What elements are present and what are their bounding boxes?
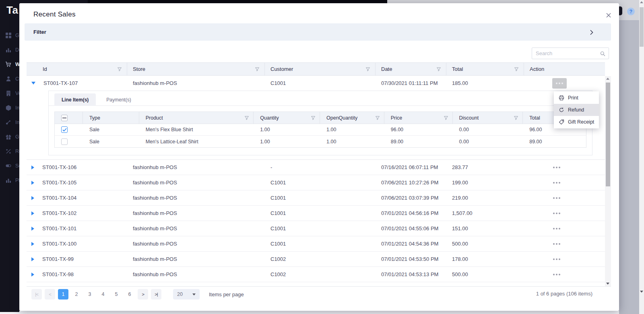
filter-funnel-icon[interactable] bbox=[255, 67, 260, 73]
filter-funnel-icon[interactable] bbox=[444, 116, 448, 122]
line-items-table: Type Product Quantity OpenQuantity bbox=[54, 112, 586, 148]
row-checkbox-checked[interactable] bbox=[61, 126, 68, 133]
filter-funnel-icon[interactable] bbox=[514, 67, 519, 73]
row-actions-button[interactable] bbox=[553, 182, 605, 184]
line-items-header: Type Product Quantity OpenQuantity bbox=[55, 112, 586, 124]
gift-icon bbox=[5, 134, 12, 140]
column-header-date[interactable]: Date bbox=[376, 63, 446, 75]
page-button-3[interactable]: 3 bbox=[85, 289, 95, 300]
partially-hidden-icon bbox=[619, 6, 622, 15]
row-actions-button[interactable] bbox=[553, 243, 605, 245]
page-scrollbar[interactable] bbox=[639, 0, 644, 314]
table-row[interactable]: ST001-TX-100 fashionhub m-POS C1001 07/0… bbox=[27, 236, 605, 252]
filter-funnel-icon[interactable] bbox=[514, 116, 518, 122]
scroll-up-icon[interactable] bbox=[606, 78, 609, 80]
select-all-checkbox[interactable] bbox=[61, 115, 68, 121]
filter-funnel-icon[interactable] bbox=[365, 67, 370, 73]
scroll-down-icon[interactable] bbox=[606, 283, 609, 285]
table-row[interactable]: ST001-TX-105 fashionhub m-POS C1001 07/0… bbox=[27, 175, 605, 190]
help-icon[interactable]: ? bbox=[627, 8, 635, 15]
table-row[interactable]: ST001-TX-101 fashionhub m-POS C1001 07/0… bbox=[27, 221, 605, 236]
line-item-row[interactable]: Sale Men's Flex Blue Shirt 1.00 1.00 96.… bbox=[55, 124, 586, 136]
table-row[interactable]: ST001-TX-107 fashionhub m-POS C1001 07/3… bbox=[27, 76, 605, 91]
filter-funnel-icon[interactable] bbox=[375, 116, 380, 122]
table-row[interactable]: ST001-TX-98 fashionhub m-POS C1002 07/01… bbox=[27, 267, 605, 282]
menu-item-refund[interactable]: Refund bbox=[554, 104, 599, 116]
line-item-row[interactable]: Sale Men's Lattice-Leaf Shirt 1.00 1.00 … bbox=[55, 136, 586, 147]
row-id: ST001-TX-99 bbox=[42, 256, 74, 262]
column-header-total[interactable]: Total bbox=[446, 63, 524, 75]
search-input[interactable] bbox=[532, 48, 609, 59]
table-row[interactable]: ST001-TX-106 fashionhub m-POS - 07/16/20… bbox=[27, 160, 605, 175]
filter-funnel-icon[interactable] bbox=[244, 116, 249, 122]
page-scrollbar-thumb[interactable] bbox=[640, 7, 644, 47]
expand-row-icon[interactable] bbox=[31, 242, 34, 246]
page-button-2[interactable]: 2 bbox=[71, 289, 82, 300]
row-id: ST001-TX-102 bbox=[42, 210, 76, 216]
menu-item-gift-receipt[interactable]: Gift Receipt bbox=[554, 116, 599, 128]
line-type: Sale bbox=[83, 127, 139, 132]
page-button-6[interactable]: 6 bbox=[124, 289, 135, 300]
first-page-button[interactable]: |< bbox=[31, 289, 42, 300]
table-row[interactable]: ST001-TX-104 fashionhub m-POS C1001 07/0… bbox=[27, 190, 605, 206]
row-actions-button[interactable] bbox=[553, 274, 605, 275]
table-scrollbar[interactable] bbox=[605, 76, 611, 286]
row-id: ST001-TX-105 bbox=[42, 180, 76, 186]
table-scrollbar-thumb[interactable] bbox=[606, 83, 610, 186]
top-bar-light bbox=[387, 0, 619, 3]
filter-accordion[interactable]: Filter bbox=[25, 23, 611, 41]
row-actions-button[interactable] bbox=[553, 228, 605, 229]
row-id: ST001-TX-107 bbox=[43, 80, 78, 86]
page-backdrop: ? bbox=[619, 0, 639, 314]
collapse-row-icon[interactable] bbox=[31, 82, 35, 85]
line-discount: 0.00 bbox=[453, 139, 523, 145]
row-actions-button[interactable] bbox=[553, 213, 605, 214]
row-date: 07/06/2021 03:07:39 PM bbox=[376, 195, 446, 201]
expand-row-icon[interactable] bbox=[31, 165, 34, 169]
page-button-1[interactable]: 1 bbox=[58, 289, 68, 300]
scroll-down-icon[interactable] bbox=[640, 291, 643, 293]
table-row[interactable]: ST001-TX-102 fashionhub m-POS C1001 07/0… bbox=[27, 206, 605, 221]
next-page-button[interactable]: > bbox=[138, 289, 148, 300]
filter-funnel-icon[interactable] bbox=[436, 67, 441, 73]
column-header-store[interactable]: Store bbox=[127, 63, 265, 75]
row-date: 07/01/2021 04:53:13 PM bbox=[376, 271, 446, 277]
page-button-4[interactable]: 4 bbox=[98, 289, 108, 300]
table-row[interactable]: ST001-TX-99 fashionhub m-POS C1002 07/01… bbox=[27, 252, 605, 267]
page-button-5[interactable]: 5 bbox=[111, 289, 122, 300]
tab-line-items[interactable]: Line Item(s) bbox=[54, 93, 96, 106]
column-header-customer[interactable]: Customer bbox=[265, 63, 376, 75]
cart-icon bbox=[5, 61, 12, 68]
column-header-type[interactable]: Type bbox=[83, 112, 139, 124]
filter-funnel-icon[interactable] bbox=[311, 116, 316, 122]
expand-row-icon[interactable] bbox=[31, 181, 34, 185]
row-store: fashionhub m-POS bbox=[127, 164, 265, 170]
row-actions-button[interactable] bbox=[553, 197, 605, 199]
page-size-select[interactable]: 20 bbox=[173, 289, 200, 300]
expand-row-icon[interactable] bbox=[31, 211, 34, 215]
expand-row-icon[interactable] bbox=[31, 196, 34, 200]
row-customer: C1001 bbox=[265, 195, 376, 201]
search-icon bbox=[600, 51, 605, 58]
row-actions-button[interactable] bbox=[553, 167, 605, 168]
row-actions-button[interactable] bbox=[553, 258, 605, 260]
column-header-price[interactable]: Price bbox=[384, 112, 453, 124]
column-header-open-quantity[interactable]: OpenQuantity bbox=[320, 112, 384, 124]
expand-row-icon[interactable] bbox=[31, 227, 34, 231]
last-page-button[interactable]: >| bbox=[151, 289, 161, 300]
menu-item-print[interactable]: Print bbox=[554, 92, 599, 104]
close-icon[interactable] bbox=[605, 11, 613, 19]
column-header-product[interactable]: Product bbox=[139, 112, 254, 124]
tab-payments[interactable]: Payment(s) bbox=[99, 93, 138, 106]
column-header-quantity[interactable]: Quantity bbox=[254, 112, 320, 124]
column-header-id[interactable]: Id bbox=[27, 63, 127, 75]
scroll-up-icon[interactable] bbox=[640, 1, 643, 3]
row-actions-button-active[interactable] bbox=[552, 78, 567, 89]
row-checkbox-unchecked[interactable] bbox=[61, 138, 68, 145]
expand-row-icon[interactable] bbox=[31, 257, 34, 261]
modal-title: Recent Sales bbox=[33, 10, 76, 19]
column-header-discount[interactable]: Discount bbox=[453, 112, 523, 124]
filter-funnel-icon[interactable] bbox=[117, 67, 122, 73]
prev-page-button[interactable]: < bbox=[45, 289, 55, 300]
expand-row-icon[interactable] bbox=[31, 273, 34, 277]
